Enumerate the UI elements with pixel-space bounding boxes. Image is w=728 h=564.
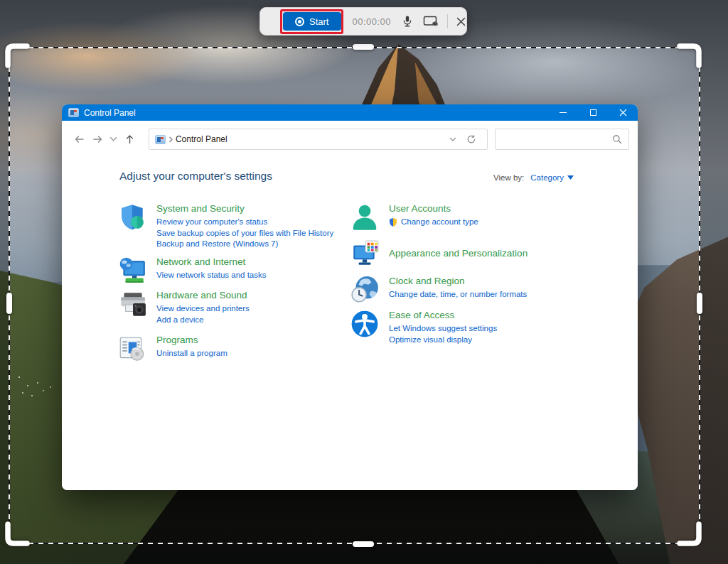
printer-speaker-icon — [117, 289, 147, 319]
category-programs: Programs Uninstall a program — [117, 334, 228, 364]
category-clock-and-region: Clock and Region Change date, time, or n… — [350, 275, 527, 305]
start-recording-button[interactable]: Start — [283, 12, 341, 31]
selection-handle-top-left[interactable] — [4, 42, 32, 70]
uac-shield-icon — [389, 217, 397, 227]
system-audio-button[interactable] — [423, 15, 439, 28]
toolbar-divider — [447, 14, 448, 28]
search-icon — [612, 134, 622, 144]
navigation-bar: Control Panel — [62, 121, 638, 158]
record-icon — [295, 17, 304, 26]
address-control-panel-icon — [155, 135, 166, 144]
accessibility-icon — [350, 309, 380, 339]
link-view-devices-printers[interactable]: View devices and printers — [156, 303, 250, 315]
programs-disc-icon — [117, 334, 147, 364]
breadcrumb[interactable]: Control Panel — [176, 134, 228, 144]
monitor-palette-icon — [350, 239, 380, 269]
link-programs[interactable]: Programs — [156, 334, 228, 347]
link-system-and-security[interactable]: System and Security — [156, 202, 333, 215]
link-hardware-and-sound[interactable]: Hardware and Sound — [156, 289, 250, 302]
start-button-highlight: Start — [280, 9, 343, 34]
link-change-date-time-formats[interactable]: Change date, time, or number formats — [389, 289, 527, 300]
window-title: Control Panel — [84, 108, 136, 118]
link-backup-restore-win7[interactable]: Backup and Restore (Windows 7) — [156, 239, 333, 250]
link-appearance-personalization[interactable]: Appearance and Personalization — [389, 247, 528, 260]
search-input[interactable] — [502, 134, 612, 144]
category-system-and-security: System and Security Review your computer… — [117, 202, 333, 250]
selection-handle-top-right[interactable] — [675, 42, 703, 70]
close-icon — [456, 16, 466, 27]
chevron-down-icon — [449, 137, 456, 142]
network-monitor-icon — [117, 256, 147, 286]
forward-button[interactable] — [88, 129, 106, 150]
selection-handle-bottom-left[interactable] — [4, 519, 32, 548]
window-titlebar[interactable]: Control Panel — [62, 104, 638, 121]
link-let-windows-suggest[interactable]: Let Windows suggest settings — [389, 323, 497, 335]
back-arrow-icon — [73, 134, 85, 145]
refresh-icon — [466, 134, 476, 144]
view-by-dropdown[interactable]: Category — [530, 173, 574, 182]
selection-handle-bottom[interactable] — [353, 541, 374, 547]
link-review-computer-status[interactable]: Review your computer's status — [156, 217, 333, 228]
view-by-value: Category — [530, 173, 564, 182]
link-view-network-status[interactable]: View network status and tasks — [156, 270, 266, 281]
page-title: Adjust your computer's settings — [119, 170, 272, 183]
category-appearance-personalization: Appearance and Personalization — [350, 239, 528, 269]
breadcrumb-chevron-icon — [168, 136, 173, 143]
control-panel-home: Adjust your computer's settings View by:… — [62, 158, 638, 490]
address-dropdown-button[interactable] — [444, 137, 461, 142]
refresh-button[interactable] — [461, 134, 481, 144]
link-add-a-device[interactable]: Add a device — [156, 315, 250, 326]
display-audio-icon — [423, 15, 439, 28]
link-uninstall-a-program[interactable]: Uninstall a program — [156, 348, 228, 359]
dropdown-arrow-icon — [567, 175, 574, 180]
link-clock-and-region[interactable]: Clock and Region — [389, 275, 527, 288]
screen-recorder-toolbar: Start 00:00:00 — [259, 7, 467, 36]
wallpaper-village-lights — [0, 0, 1, 1]
minimize-icon — [560, 112, 567, 113]
selection-handle-left[interactable] — [6, 293, 12, 314]
link-ease-of-access[interactable]: Ease of Access — [389, 309, 497, 322]
control-panel-window: Control Panel Control Panel — [62, 104, 638, 490]
selection-handle-right[interactable] — [697, 293, 702, 314]
change-account-type-label: Change account type — [401, 217, 478, 228]
close-window-button[interactable] — [608, 104, 638, 121]
chevron-down-icon — [109, 136, 117, 142]
recording-timer: 00:00:00 — [352, 16, 391, 27]
view-by-label: View by: — [493, 173, 524, 182]
globe-clock-icon — [350, 275, 380, 305]
link-file-history-backup[interactable]: Save backup copies of your files with Fi… — [156, 228, 333, 239]
shield-icon — [117, 202, 147, 232]
category-user-accounts: User Accounts Change account type — [350, 202, 478, 232]
start-button-label: Start — [309, 16, 328, 27]
link-user-accounts[interactable]: User Accounts — [389, 202, 478, 215]
microphone-icon — [401, 15, 414, 28]
forward-arrow-icon — [92, 134, 104, 145]
microphone-button[interactable] — [401, 15, 414, 28]
minimize-button[interactable] — [548, 104, 578, 121]
close-icon — [619, 109, 627, 116]
close-recorder-button[interactable] — [456, 16, 466, 27]
selection-handle-bottom-right[interactable] — [675, 519, 703, 548]
link-network-and-internet[interactable]: Network and Internet — [156, 256, 266, 269]
address-bar[interactable]: Control Panel — [149, 129, 488, 150]
category-ease-of-access: Ease of Access Let Windows suggest setti… — [350, 309, 497, 345]
search-box — [495, 129, 629, 150]
control-panel-icon — [68, 108, 79, 117]
recent-pages-button[interactable] — [107, 129, 121, 150]
link-change-account-type[interactable]: Change account type — [389, 217, 478, 228]
up-button[interactable] — [120, 129, 138, 150]
link-optimize-visual-display[interactable]: Optimize visual display — [389, 335, 497, 346]
maximize-icon — [590, 109, 596, 116]
back-button[interactable] — [70, 129, 88, 150]
user-icon — [350, 202, 380, 232]
selection-handle-top[interactable] — [353, 44, 374, 50]
category-hardware-and-sound: Hardware and Sound View devices and prin… — [117, 289, 250, 325]
maximize-button[interactable] — [578, 104, 608, 121]
category-network-and-internet: Network and Internet View network status… — [117, 256, 266, 286]
up-arrow-icon — [124, 134, 135, 145]
